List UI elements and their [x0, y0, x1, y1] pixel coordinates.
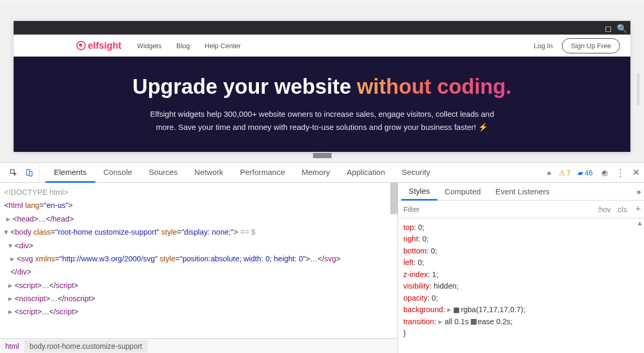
scroll-up-icon[interactable]: ▲	[637, 219, 643, 227]
tab-memory[interactable]: Memory	[293, 163, 338, 183]
tab-network[interactable]: Network	[186, 163, 232, 183]
logo-text: elfsight	[88, 40, 121, 51]
nav-widgets[interactable]: Widgets	[137, 42, 162, 50]
gear-icon[interactable]	[600, 169, 608, 177]
logo-icon	[76, 41, 86, 50]
tab-performance[interactable]: Performance	[232, 163, 293, 183]
tab-console[interactable]: Console	[95, 163, 141, 183]
elements-tree[interactable]: <!DOCTYPE html> <html lang="en-us"> ▸<he…	[0, 183, 398, 338]
logo[interactable]: elfsight	[76, 40, 121, 51]
breadcrumb-body[interactable]: body.root-home.customize-support	[24, 340, 147, 352]
cubic-swatch[interactable]	[471, 319, 477, 325]
close-icon[interactable]: ✕	[632, 167, 640, 178]
device-icon[interactable]	[25, 169, 33, 177]
info-badge[interactable]: ▰ 46	[578, 169, 593, 177]
tab-security[interactable]: Security	[393, 163, 438, 183]
hero-title-plain: Upgrade your website	[132, 75, 357, 98]
elements-panel: <!DOCTYPE html> <html lang="en-us"> ▸<he…	[0, 183, 398, 353]
svg-point-3	[603, 172, 605, 174]
breadcrumb-html[interactable]: html	[0, 340, 24, 352]
styles-tab-listeners[interactable]: Event Listeners	[488, 183, 557, 200]
site-navbar: elfsight Widgets Blog Help Center Log In…	[14, 35, 630, 57]
nav-blog[interactable]: Blog	[176, 42, 190, 50]
add-rule-icon[interactable]: +	[632, 204, 644, 215]
more-styles-tabs-icon[interactable]: »	[637, 187, 641, 196]
doctype-node[interactable]: <!DOCTYPE html>	[4, 188, 68, 196]
inspect-icon[interactable]	[9, 169, 18, 177]
search-icon[interactable]: 🔍	[617, 24, 627, 34]
hero-title-gradient: without coding.	[357, 75, 512, 98]
signup-button[interactable]: Sign Up Free	[562, 38, 620, 53]
hero-title: Upgrade your website without coding.	[132, 75, 511, 98]
styles-rules[interactable]: top: 0; right: 0; bottom: 0; left: 0; z-…	[398, 218, 644, 353]
styles-tab-computed[interactable]: Computed	[437, 183, 488, 200]
tab-application[interactable]: Application	[338, 163, 393, 183]
svg-rect-2	[29, 171, 32, 176]
nav-help[interactable]: Help Center	[205, 42, 241, 50]
styles-tab-styles[interactable]: Styles	[401, 183, 437, 201]
kebab-icon[interactable]: ⋮	[616, 167, 625, 179]
hov-toggle[interactable]: :hov	[597, 205, 611, 214]
cls-toggle[interactable]: .cls	[616, 205, 627, 214]
resize-handle[interactable]	[313, 153, 332, 156]
hero-subtitle: Elfsight widgets help 300,000+ website o…	[150, 108, 495, 134]
scrollbar[interactable]	[390, 183, 398, 214]
website-preview: ◻ 🔍 elfsight Widgets Blog Help Center Lo…	[14, 21, 630, 152]
more-tabs-icon[interactable]: »	[547, 168, 551, 177]
tab-elements[interactable]: Elements	[46, 163, 95, 183]
color-swatch[interactable]	[454, 307, 459, 313]
devtools: Elements Console Sources Network Perform…	[0, 162, 644, 353]
login-link[interactable]: Log In	[534, 42, 552, 50]
warnings-badge[interactable]: ⚠ 7	[559, 169, 571, 177]
preview-top-bar: ◻ 🔍	[14, 21, 630, 35]
breadcrumb: html body.root-home.customize-support	[0, 338, 398, 353]
page-scrollbar[interactable]	[637, 73, 640, 106]
filter-input[interactable]	[398, 202, 592, 217]
devtools-tabs: Elements Console Sources Network Perform…	[0, 163, 644, 183]
styles-panel: Styles Computed Event Listeners » :hov .…	[398, 183, 644, 353]
tab-sources[interactable]: Sources	[141, 163, 186, 183]
profile-icon[interactable]: ◻	[605, 24, 612, 34]
hero-section: Upgrade your website without coding. Elf…	[14, 57, 630, 152]
